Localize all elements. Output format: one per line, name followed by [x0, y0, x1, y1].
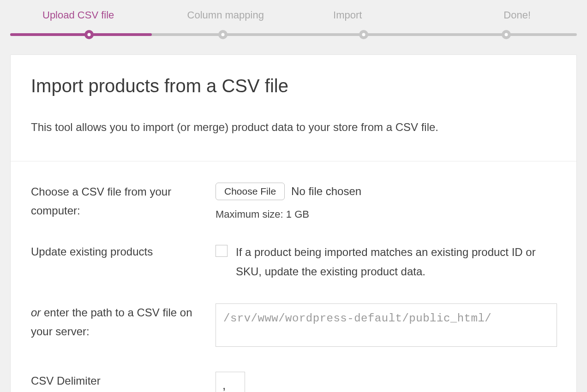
step-import[interactable]: Import: [287, 9, 409, 21]
label-server-path-rest: enter the path to a CSV file on your ser…: [31, 306, 192, 338]
file-size-hint: Maximum size: 1 GB: [216, 208, 556, 220]
control-update-existing: If a product being imported matches an e…: [216, 243, 556, 281]
row-server-path: or enter the path to a CSV file on your …: [31, 303, 556, 350]
server-path-input[interactable]: [216, 303, 557, 347]
update-existing-description: If a product being imported matches an e…: [236, 243, 556, 281]
import-panel: Import products from a CSV file This too…: [10, 54, 577, 392]
label-delimiter: CSV Delimiter: [31, 372, 216, 392]
panel-header: Import products from a CSV file This too…: [11, 55, 576, 161]
delimiter-input[interactable]: [216, 372, 245, 392]
control-choose-file: Choose File No file chosen Maximum size:…: [216, 183, 556, 220]
choose-file-button[interactable]: Choose File: [216, 183, 285, 200]
step-done[interactable]: Done!: [409, 9, 577, 21]
row-delimiter: CSV Delimiter: [31, 372, 556, 392]
stepper-dot-import: [359, 30, 368, 39]
stepper-dot-upload: [84, 30, 94, 39]
label-choose-file: Choose a CSV file from your computer:: [31, 183, 216, 220]
stepper-labels: Upload CSV file Column mapping Import Do…: [10, 9, 577, 21]
update-existing-checkbox[interactable]: [216, 245, 228, 257]
label-update-existing: Update existing products: [31, 243, 216, 281]
stepper-dot-done: [502, 30, 511, 39]
file-picker: Choose File No file chosen: [216, 183, 556, 200]
file-chosen-status: No file chosen: [291, 185, 361, 198]
step-upload-csv[interactable]: Upload CSV file: [10, 9, 165, 21]
import-stepper: Upload CSV file Column mapping Import Do…: [0, 0, 587, 54]
label-server-path: or enter the path to a CSV file on your …: [31, 303, 216, 350]
label-server-path-prefix: or: [31, 306, 41, 319]
row-update-existing: Update existing products If a product be…: [31, 243, 556, 281]
stepper-progress-fill: [10, 33, 152, 36]
stepper-track: [10, 33, 577, 36]
step-column-mapping[interactable]: Column mapping: [165, 9, 287, 21]
row-choose-file: Choose a CSV file from your computer: Ch…: [31, 183, 556, 220]
stepper-dot-mapping: [218, 30, 228, 39]
page-title: Import products from a CSV file: [31, 76, 556, 96]
import-form: Choose a CSV file from your computer: Ch…: [11, 161, 576, 392]
control-delimiter: [216, 372, 556, 392]
control-server-path: [216, 303, 557, 350]
page-description: This tool allows you to import (or merge…: [31, 119, 556, 136]
